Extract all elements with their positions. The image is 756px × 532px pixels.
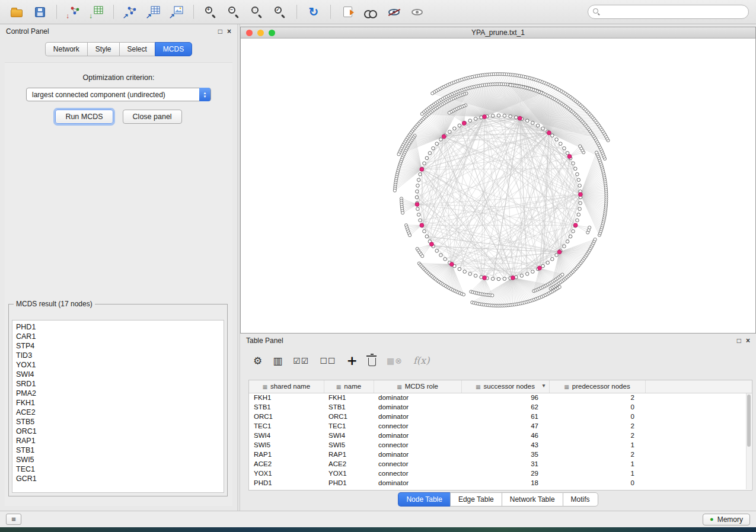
table-cell[interactable]: connector (374, 440, 461, 450)
table-cell[interactable]: dominator (374, 478, 461, 488)
mcds-result-item[interactable]: PMA2 (16, 389, 220, 398)
network-canvas[interactable] (241, 39, 755, 333)
table-cell[interactable]: STB1 (324, 402, 374, 412)
optimization-criterion-select[interactable]: largest connected component (undirected)… (26, 88, 211, 101)
table-cell[interactable]: 35 (461, 450, 549, 459)
mcds-result-item[interactable]: GCR1 (16, 474, 220, 483)
table-cell[interactable]: 0 (549, 402, 645, 412)
table-row[interactable]: YOX1YOX1connector291 (249, 469, 752, 478)
mcds-result-item[interactable]: YOX1 (16, 360, 220, 370)
table-cell[interactable]: STB1 (249, 402, 324, 412)
table-cell[interactable]: RAP1 (324, 450, 374, 459)
table-cell[interactable]: 1 (549, 459, 645, 469)
table-cell[interactable]: 2 (549, 421, 645, 431)
table-cell[interactable]: dominator (374, 402, 461, 412)
table-cell[interactable]: 61 (461, 412, 549, 421)
close-table-panel-button[interactable]: × (746, 337, 750, 344)
table-cell[interactable]: RAP1 (249, 450, 324, 459)
save-session-button[interactable] (30, 3, 49, 21)
table-cell[interactable]: 2 (549, 450, 645, 459)
table-row[interactable]: ORC1ORC1dominator610 (249, 412, 752, 421)
mcds-result-item[interactable]: TID3 (16, 351, 220, 360)
search-input[interactable] (604, 8, 744, 16)
table-cell[interactable]: ACE2 (324, 459, 374, 469)
zoom-out-button[interactable]: − (224, 3, 243, 21)
show-columns-button[interactable]: ▥ (273, 356, 282, 366)
mcds-result-list[interactable]: PHD1CAR1STP4TID3YOX1SWI4SRD1PMA2FKH1ACE2… (12, 320, 224, 493)
table-cell[interactable]: PHD1 (249, 478, 324, 488)
delete-column-button[interactable] (368, 355, 376, 366)
minimize-window-icon[interactable] (257, 30, 264, 36)
refresh-button[interactable]: ↻ (304, 3, 323, 21)
table-cell[interactable]: 47 (461, 421, 549, 431)
memory-button[interactable]: ● Memory (703, 514, 750, 525)
table-settings-button[interactable]: ⚙ (253, 356, 262, 366)
table-row[interactable]: SWI5SWI5connector431 (249, 440, 752, 450)
export-network-button[interactable]: ↗ (121, 3, 140, 21)
table-row[interactable]: FKH1FKH1dominator962 (249, 393, 752, 402)
select-all-button[interactable]: ☑☑ (293, 357, 309, 365)
table-cell[interactable]: 0 (549, 478, 645, 488)
table-scrollbar[interactable] (746, 393, 751, 489)
table-row[interactable]: TEC1TEC1connector472 (249, 421, 752, 431)
table-cell[interactable]: YOX1 (249, 469, 324, 478)
table-cell[interactable]: connector (374, 459, 461, 469)
tab-network-table[interactable]: Network Table (502, 492, 563, 507)
table-cell[interactable]: dominator (374, 412, 461, 421)
table-cell[interactable]: 2 (549, 393, 645, 402)
mcds-result-item[interactable]: STP4 (16, 341, 220, 351)
close-panel-button-mcds[interactable]: Close panel (123, 110, 182, 124)
table-row[interactable]: STB1STB1dominator620 (249, 402, 752, 412)
mcds-result-item[interactable]: SRD1 (16, 379, 220, 389)
table-row[interactable]: PHD1PHD1dominator180 (249, 478, 752, 488)
open-file-button[interactable] (7, 3, 26, 21)
zoom-fit-button[interactable]: □ (247, 3, 266, 21)
table-cell[interactable]: 43 (461, 440, 549, 450)
table-row[interactable]: ACE2ACE2connector311 (249, 459, 752, 469)
find-button[interactable] (361, 3, 380, 21)
table-cell[interactable]: 29 (461, 469, 549, 478)
table-cell[interactable]: SWI5 (324, 440, 374, 450)
mcds-result-item[interactable]: RAP1 (16, 436, 220, 446)
export-web-button[interactable] (338, 3, 357, 21)
table-scrollbar-thumb[interactable] (747, 395, 751, 447)
export-table-button[interactable]: ↗ (144, 3, 163, 21)
mcds-result-item[interactable]: SWI4 (16, 370, 220, 379)
table-cell[interactable]: TEC1 (249, 421, 324, 431)
table-cell[interactable]: connector (374, 469, 461, 478)
tab-mcds[interactable]: MCDS (155, 42, 192, 56)
tab-node-table[interactable]: Node Table (398, 492, 450, 507)
table-cell[interactable]: 1 (549, 469, 645, 478)
global-search[interactable] (588, 5, 749, 19)
mcds-result-item[interactable]: FKH1 (16, 398, 220, 408)
add-column-button[interactable]: + (347, 354, 358, 367)
float-panel-button[interactable]: □ (218, 28, 222, 35)
table-cell[interactable]: 31 (461, 459, 549, 469)
tab-style[interactable]: Style (87, 42, 119, 56)
close-window-icon[interactable] (246, 30, 253, 36)
table-cell[interactable]: dominator (374, 450, 461, 459)
table-cell[interactable]: 46 (461, 431, 549, 440)
function-builder-button[interactable]: f(x) (413, 356, 429, 366)
column-header-predecessor-nodes[interactable]: ▦predecessor nodes (549, 380, 645, 393)
table-cell[interactable]: SWI4 (324, 431, 374, 440)
tab-edge-table[interactable]: Edge Table (450, 492, 502, 507)
network-window-titlebar[interactable]: YPA_prune.txt_1 (241, 27, 755, 39)
table-cell[interactable]: 62 (461, 402, 549, 412)
mcds-result-item[interactable]: STB1 (16, 446, 220, 455)
table-cell[interactable]: 96 (461, 393, 549, 402)
table-cell[interactable]: connector (374, 421, 461, 431)
table-row[interactable]: SWI4SWI4dominator462 (249, 431, 752, 440)
column-header-name[interactable]: ▦name (324, 380, 374, 393)
table-cell[interactable]: 0 (549, 412, 645, 421)
sort-chevron-icon[interactable]: ▾ (542, 382, 545, 389)
table-cell[interactable]: YOX1 (324, 469, 374, 478)
table-cell[interactable]: ORC1 (249, 412, 324, 421)
zoom-selected-button[interactable]: ✓ (270, 3, 289, 21)
mcds-result-item[interactable]: STB5 (16, 417, 220, 427)
mcds-result-item[interactable]: PHD1 (16, 322, 220, 332)
tab-motifs[interactable]: Motifs (563, 492, 598, 507)
table-cell[interactable]: 2 (549, 431, 645, 440)
mcds-result-item[interactable]: ORC1 (16, 427, 220, 436)
table-cell[interactable]: dominator (374, 431, 461, 440)
